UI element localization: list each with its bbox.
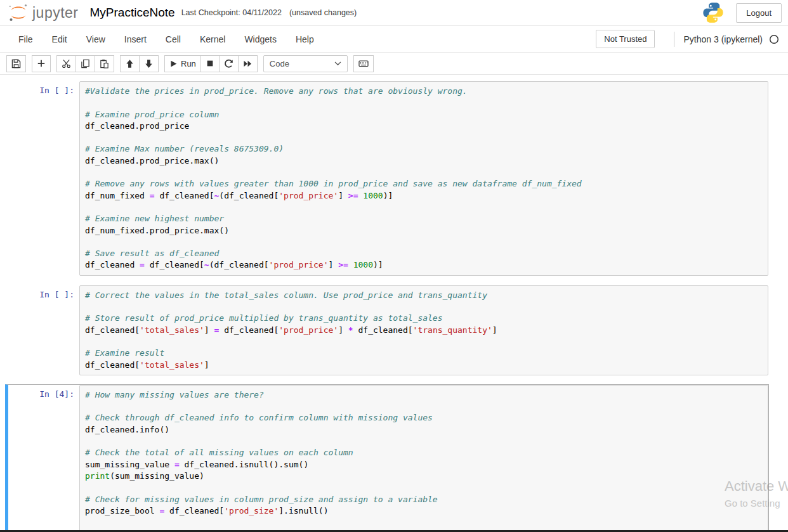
- cell-type-value: Code: [270, 59, 289, 68]
- code-line: [85, 167, 763, 178]
- notebook-cell[interactable]: In [ ]:#Validate the prices in prod_pric…: [5, 81, 769, 276]
- code-line: [85, 202, 763, 213]
- code-line: print(sum_missing_value): [85, 470, 763, 482]
- menu-item-widgets[interactable]: Widgets: [235, 29, 286, 50]
- move-cell-group: [120, 55, 159, 72]
- code-line: # How many missing values are there?: [85, 389, 763, 401]
- jupyter-logo-icon: [8, 3, 29, 23]
- dropdown-chevron-icon: [334, 62, 341, 66]
- cell-prompt: In [4]:: [8, 385, 79, 532]
- menu-item-view[interactable]: View: [77, 29, 115, 50]
- code-line: [85, 482, 763, 493]
- toolbar: Run Code: [0, 53, 788, 75]
- cell-type-select[interactable]: Code: [263, 55, 348, 72]
- save-icon: [11, 59, 21, 68]
- menu-items: FileEditViewInsertCellKernelWidgetsHelp: [9, 29, 324, 50]
- restart-kernel-icon: [224, 59, 233, 68]
- code-line: [85, 132, 763, 143]
- code-line: # Examine new highest number: [85, 213, 763, 224]
- add-cell-group: [32, 55, 51, 72]
- code-line: [85, 401, 763, 412]
- keyboard-icon: [358, 58, 369, 68]
- open-command-palette-button[interactable]: [353, 55, 374, 72]
- code-line: # Correct the values in the total_sales …: [85, 290, 763, 301]
- header-right: Logout: [702, 1, 782, 24]
- code-line: df_cleaned['total_sales'] = df_cleaned['…: [85, 325, 763, 336]
- notebook-header: jupyter MyPracticeNote Last Checkpoint: …: [0, 0, 788, 26]
- restart-run-all-button[interactable]: [238, 55, 258, 72]
- code-line: [85, 336, 763, 347]
- move-cell-down-button[interactable]: [139, 55, 159, 72]
- add-cell-icon: [37, 59, 46, 68]
- run-button-label: Run: [181, 59, 196, 68]
- cell-code-editor[interactable]: # Correct the values in the total_sales …: [79, 285, 768, 375]
- stop-icon: [206, 59, 214, 68]
- run-button[interactable]: Run: [164, 55, 201, 72]
- copy-cell-button[interactable]: [76, 55, 95, 72]
- code-line: df_cleaned = df_cleaned[~(df_cleaned['pr…: [85, 259, 763, 271]
- code-line: df_cleaned.prod_price: [85, 120, 763, 132]
- paste-cell-button[interactable]: [95, 55, 114, 72]
- code-line: [85, 517, 763, 528]
- menu-bar: FileEditViewInsertCellKernelWidgetsHelp …: [0, 26, 788, 53]
- save-button[interactable]: [6, 55, 26, 72]
- keyboard-group: [353, 55, 374, 72]
- code-line: # Store result of prod_price multiplied …: [85, 313, 763, 324]
- menu-item-kernel[interactable]: Kernel: [190, 29, 235, 50]
- code-line: df_cleaned['total_sales']: [85, 360, 763, 371]
- notebook-title[interactable]: MyPracticeNote: [90, 6, 175, 20]
- add-cell-button[interactable]: [32, 55, 51, 72]
- code-line: [85, 237, 763, 248]
- interrupt-kernel-button[interactable]: [200, 55, 220, 72]
- code-line: [85, 436, 763, 447]
- menu-item-help[interactable]: Help: [286, 29, 324, 50]
- menu-item-insert[interactable]: Insert: [115, 29, 156, 50]
- code-line: df_num_fixed = df_cleaned[~(df_cleaned['…: [85, 190, 763, 202]
- code-line: df_cleaned.info(): [85, 424, 763, 436]
- code-line: prod_size_bool = df_cleaned['prod_size']…: [85, 505, 763, 517]
- menu-item-edit[interactable]: Edit: [43, 29, 77, 50]
- move-cell-up-icon: [125, 59, 135, 68]
- cell-code-editor[interactable]: #Validate the prices in prod_price. Remo…: [79, 81, 768, 276]
- code-line: #Validate the prices in prod_price. Remo…: [85, 86, 763, 97]
- move-cell-up-button[interactable]: [120, 55, 140, 72]
- notebook-cell[interactable]: In [4]:# How many missing values are the…: [5, 384, 769, 532]
- menu-right: Not Trusted Python 3 (ipykernel): [596, 30, 779, 48]
- logout-button[interactable]: Logout: [736, 3, 782, 23]
- code-line: # Examine result: [85, 347, 763, 359]
- move-cell-down-icon: [144, 59, 154, 68]
- code-line: [85, 301, 763, 313]
- code-line: # Examine prod_price column: [85, 109, 763, 120]
- kernel-name: Python 3 (ipykernel): [683, 34, 763, 44]
- code-line: [85, 97, 763, 108]
- cell-prompt: In [ ]:: [8, 81, 79, 276]
- copy-cell-icon: [81, 59, 90, 68]
- jupyter-logo[interactable]: jupyter: [8, 3, 79, 23]
- cell-code-editor[interactable]: # How many missing values are there? # C…: [79, 385, 768, 532]
- run-icon: [169, 60, 178, 68]
- not-trusted-button[interactable]: Not Trusted: [596, 30, 655, 48]
- checkpoint-status: Last Checkpoint: 04/11/2022: [181, 8, 282, 17]
- jupyter-logo-text: jupyter: [32, 4, 79, 22]
- code-line: # Save result as df_cleaned: [85, 248, 763, 259]
- code-line: # Examine Max number (reveals 8675309.0): [85, 143, 763, 155]
- cell-prompt: In [ ]:: [8, 285, 79, 375]
- menu-item-cell[interactable]: Cell: [156, 29, 190, 50]
- clipboard-group: [56, 55, 114, 72]
- run-group: Run: [164, 55, 258, 72]
- notebook-cell[interactable]: In [ ]:# Correct the values in the total…: [5, 285, 769, 376]
- code-line: df_cleaned.prod_price.max(): [85, 155, 763, 167]
- restart-kernel-button[interactable]: [219, 55, 239, 72]
- header-left: jupyter MyPracticeNote Last Checkpoint: …: [8, 3, 357, 23]
- code-line: # Check for missing values in column pro…: [85, 494, 763, 505]
- notebook: In [ ]:#Validate the prices in prod_pric…: [0, 75, 788, 532]
- restart-run-all-icon: [243, 59, 253, 68]
- code-line: df_num_fixed.prod_price.max(): [85, 225, 763, 237]
- python-logo-icon: [702, 1, 725, 24]
- code-line: sum_missing_value = df_cleaned.isnull().…: [85, 459, 763, 470]
- code-line: # Check the total of all missing values …: [85, 447, 763, 458]
- cut-cell-button[interactable]: [56, 55, 76, 72]
- cut-cell-icon: [62, 59, 71, 68]
- paste-cell-icon: [100, 59, 109, 68]
- menu-item-file[interactable]: File: [9, 29, 43, 50]
